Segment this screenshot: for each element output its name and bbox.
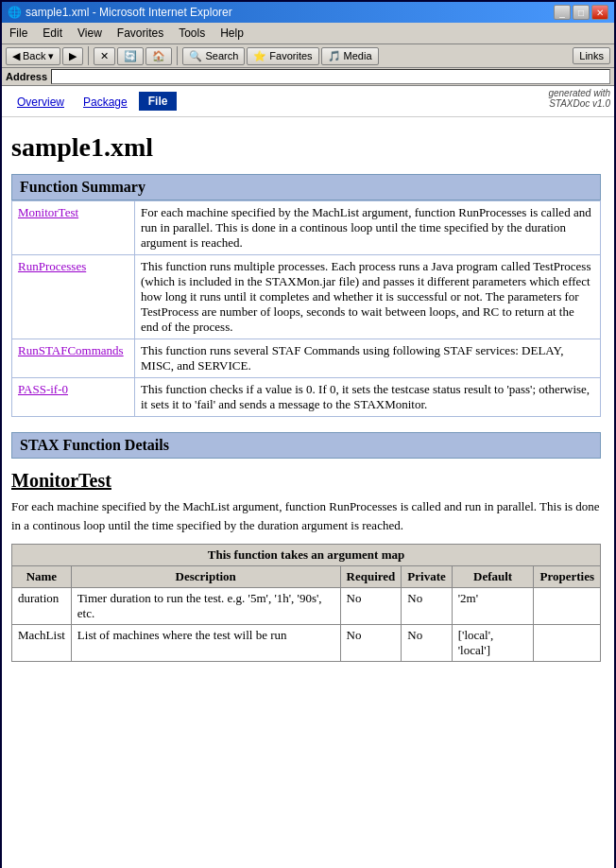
minimize-button[interactable]: _ bbox=[554, 5, 571, 20]
home-button[interactable]: 🏠 bbox=[145, 47, 172, 65]
title-bar: 🌐 sample1.xml - Microsoft Internet Explo… bbox=[2, 2, 614, 23]
arg-properties-machlist bbox=[534, 625, 601, 662]
tab-file[interactable]: File bbox=[139, 92, 178, 111]
nav-tabs: Overview Package File bbox=[2, 86, 184, 114]
menu-favorites[interactable]: Favorites bbox=[110, 25, 171, 42]
func-desc-monitortest: For each machine specified by the MachLi… bbox=[135, 201, 601, 255]
func-link-monitortest[interactable]: MonitorTest bbox=[18, 205, 78, 219]
func-desc-passif0: This function checks if a value is 0. If… bbox=[135, 378, 601, 417]
ie-icon: 🌐 bbox=[8, 6, 22, 19]
menu-help[interactable]: Help bbox=[213, 25, 251, 42]
links-label: Links bbox=[579, 50, 604, 61]
stop-button[interactable]: ✕ bbox=[94, 47, 115, 65]
back-dropdown-icon: ▾ bbox=[48, 50, 54, 62]
func-desc-runprocesses: This function runs multiple processes. E… bbox=[135, 255, 601, 339]
menu-tools[interactable]: Tools bbox=[171, 25, 213, 42]
arg-table-title: This function takes an argument map bbox=[12, 545, 601, 566]
forward-arrow-icon: ▶ bbox=[69, 50, 77, 62]
nav-header: Overview Package File generated with STA… bbox=[2, 86, 614, 117]
window-title: sample1.xml - Microsoft Internet Explore… bbox=[26, 6, 232, 19]
back-arrow-icon: ◀ bbox=[12, 50, 20, 62]
address-bar: Address bbox=[2, 68, 614, 86]
col-required: Required bbox=[340, 566, 402, 588]
generated-line1: generated with bbox=[548, 88, 610, 98]
star-icon: ⭐ bbox=[253, 50, 266, 62]
ie-window: 🌐 sample1.xml - Microsoft Internet Explo… bbox=[0, 0, 616, 868]
menu-bar: File Edit View Favorites Tools Help bbox=[2, 23, 614, 44]
arg-desc-duration: Timer duration to run the test. e.g. '5m… bbox=[71, 588, 340, 625]
func-desc-runstafcommands: This function runs several STAF Commands… bbox=[135, 339, 601, 378]
func-link-runstafcommands[interactable]: RunSTAFCommands bbox=[18, 343, 124, 357]
main-content: sample1.xml Function Summary MonitorTest… bbox=[2, 117, 614, 868]
col-private: Private bbox=[402, 566, 452, 588]
home-icon: 🏠 bbox=[152, 50, 165, 62]
maximize-button[interactable]: □ bbox=[573, 5, 590, 20]
table-row: RunProcesses This function runs multiple… bbox=[12, 255, 601, 339]
menu-file[interactable]: File bbox=[2, 25, 35, 42]
menu-view[interactable]: View bbox=[70, 25, 110, 42]
table-row: RunSTAFCommands This function runs sever… bbox=[12, 339, 601, 378]
refresh-icon: 🔄 bbox=[124, 50, 137, 62]
menu-edit[interactable]: Edit bbox=[35, 25, 70, 42]
tab-package[interactable]: Package bbox=[76, 94, 135, 111]
arg-map-table: This function takes an argument map Name… bbox=[11, 544, 601, 662]
address-input[interactable] bbox=[51, 69, 610, 84]
page-title: sample1.xml bbox=[11, 132, 601, 163]
arg-default-machlist: ['local', 'local'] bbox=[452, 625, 534, 662]
monitor-test-title: MonitorTest bbox=[11, 470, 601, 492]
arg-name-duration: duration bbox=[12, 588, 72, 625]
search-label: Search bbox=[205, 50, 238, 61]
toolbar: ◀ Back ▾ ▶ ✕ 🔄 🏠 🔍 Search ⭐ Favorites 🎵 … bbox=[2, 44, 614, 68]
toolbar-sep-2 bbox=[177, 46, 178, 65]
col-properties: Properties bbox=[534, 566, 601, 588]
tab-overview[interactable]: Overview bbox=[9, 94, 72, 111]
media-icon: 🎵 bbox=[328, 50, 341, 62]
back-label: Back bbox=[23, 50, 45, 61]
title-bar-buttons: _ □ ✕ bbox=[554, 5, 608, 20]
generated-line2: STAXDoc v1.0 bbox=[548, 98, 610, 109]
back-button[interactable]: ◀ Back ▾ bbox=[6, 47, 60, 65]
func-link-passif0[interactable]: PASS-if-0 bbox=[18, 382, 68, 396]
stop-icon: ✕ bbox=[100, 50, 109, 62]
arg-name-machlist: MachList bbox=[12, 625, 72, 662]
close-button[interactable]: ✕ bbox=[591, 5, 608, 20]
arg-private-duration: No bbox=[402, 588, 452, 625]
col-description: Description bbox=[71, 566, 340, 588]
media-label: Media bbox=[344, 50, 372, 61]
search-icon: 🔍 bbox=[189, 50, 202, 62]
media-button[interactable]: 🎵 Media bbox=[321, 47, 379, 65]
arg-desc-machlist: List of machines where the test will be … bbox=[71, 625, 340, 662]
favorites-button[interactable]: ⭐ Favorites bbox=[247, 47, 318, 65]
function-summary-table: MonitorTest For each machine specified b… bbox=[11, 200, 601, 417]
arg-required-duration: No bbox=[340, 588, 402, 625]
favorites-label: Favorites bbox=[269, 50, 312, 61]
col-default: Default bbox=[452, 566, 534, 588]
arg-required-machlist: No bbox=[340, 625, 402, 662]
col-name: Name bbox=[12, 566, 72, 588]
func-link-runprocesses[interactable]: RunProcesses bbox=[18, 259, 86, 273]
title-bar-left: 🌐 sample1.xml - Microsoft Internet Explo… bbox=[8, 6, 232, 19]
address-label: Address bbox=[6, 71, 47, 82]
toolbar-sep-1 bbox=[88, 46, 89, 65]
search-button[interactable]: 🔍 Search bbox=[182, 47, 245, 65]
monitor-test-desc: For each machine specified by the MachLi… bbox=[11, 497, 601, 534]
arg-private-machlist: No bbox=[402, 625, 452, 662]
arg-default-duration: '2m' bbox=[452, 588, 534, 625]
refresh-button[interactable]: 🔄 bbox=[117, 47, 144, 65]
stax-function-details-header: STAX Function Details bbox=[11, 432, 601, 459]
table-row: MonitorTest For each machine specified b… bbox=[12, 201, 601, 255]
function-summary-header: Function Summary bbox=[11, 174, 601, 200]
table-row: duration Timer duration to run the test.… bbox=[12, 588, 601, 625]
generated-info: generated with STAXDoc v1.0 bbox=[544, 86, 614, 111]
links-button[interactable]: Links bbox=[573, 47, 610, 64]
forward-button[interactable]: ▶ bbox=[62, 47, 83, 65]
arg-properties-duration bbox=[534, 588, 601, 625]
table-row: MachList List of machines where the test… bbox=[12, 625, 601, 662]
table-row: PASS-if-0 This function checks if a valu… bbox=[12, 378, 601, 417]
